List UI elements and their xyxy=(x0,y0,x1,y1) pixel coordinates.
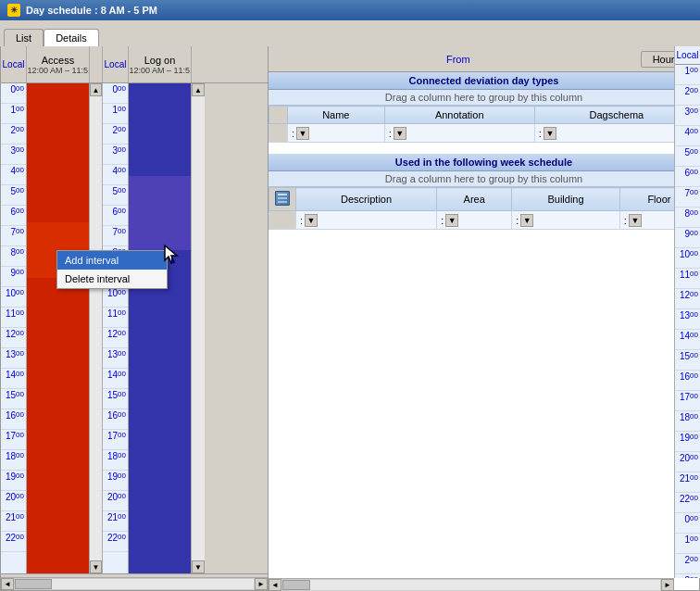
time-label: 1100 xyxy=(675,269,700,289)
week-building-header[interactable]: Building xyxy=(512,188,620,211)
time-label: 200 xyxy=(103,124,128,145)
time-label: 1100 xyxy=(1,308,26,328)
time-label: 1300 xyxy=(675,309,700,330)
time-label: 1800 xyxy=(103,450,128,471)
time-label: 900 xyxy=(1,267,26,287)
time-label: 000 xyxy=(103,83,128,104)
filter-area-btn[interactable]: ▼ xyxy=(445,214,458,227)
filter-building-btn[interactable]: ▼ xyxy=(520,214,533,227)
filter-name-btn[interactable]: ▼ xyxy=(296,127,309,140)
connected-section: Connected deviation day types Drag a col… xyxy=(269,72,699,143)
time-label: 600 xyxy=(1,206,26,226)
logon-bar-area xyxy=(129,83,192,573)
h-scroll-left[interactable]: ◄ xyxy=(1,578,14,590)
time-label: 1000 xyxy=(103,287,128,308)
right-h-scroll-left[interactable]: ◄ xyxy=(269,579,281,591)
time-label: 500 xyxy=(103,185,128,206)
right-h-scrollbar[interactable]: ◄ ► xyxy=(269,578,674,591)
connected-name-header[interactable]: Name xyxy=(288,107,385,124)
time-label: 300 xyxy=(1,145,26,165)
week-schedule-title: Used in the following week schedule xyxy=(269,154,699,171)
week-filter-building[interactable]: : ▼ xyxy=(512,211,620,230)
logon-scrollbar[interactable]: ▲ ▼ xyxy=(192,83,205,573)
mouse-cursor xyxy=(163,244,181,266)
context-menu: Add interval Delete interval xyxy=(56,250,168,289)
week-area-header[interactable]: Area xyxy=(437,188,512,211)
time-label: 2200 xyxy=(103,532,128,552)
time-label: 800 xyxy=(675,207,700,228)
delete-interval-item[interactable]: Delete interval xyxy=(57,270,167,288)
title-icon: ☀ xyxy=(7,4,20,17)
tab-details[interactable]: Details xyxy=(44,29,99,46)
scroll-down-arrow[interactable]: ▼ xyxy=(90,560,102,573)
window-title: Day schedule : 8 AM - 5 PM xyxy=(26,5,157,16)
time-label: 100 xyxy=(103,104,128,124)
time-label: 1000 xyxy=(1,287,26,308)
from-hours-bar: From Hours xyxy=(269,46,699,72)
time-label: 1900 xyxy=(103,471,128,491)
time-label: 2000 xyxy=(675,452,700,472)
time-label: 1900 xyxy=(675,432,700,452)
time-label: 1700 xyxy=(103,430,128,450)
time-label: 200 xyxy=(675,85,700,106)
time-label: 500 xyxy=(675,146,700,167)
time-label: 600 xyxy=(675,167,700,187)
time-label: 800 xyxy=(1,246,26,267)
right-h-scroll-right[interactable]: ► xyxy=(661,579,674,591)
connected-title: Connected deviation day types xyxy=(269,72,699,90)
time-label: 300 xyxy=(675,574,700,578)
week-filter-description[interactable]: : ▼ xyxy=(296,211,437,230)
time-label: 2200 xyxy=(675,493,700,513)
time-label: 1700 xyxy=(1,430,26,450)
time-label: 2100 xyxy=(675,472,700,493)
connected-grid: Name Annotation Dagschema : ▼ xyxy=(269,106,699,143)
time-label: 1200 xyxy=(675,289,700,309)
time-label: 600 xyxy=(103,206,128,226)
time-label: 1800 xyxy=(675,411,700,432)
local-time-labels: 0001002003004005006007008009001000110012… xyxy=(1,83,27,573)
filter-dagschema-btn[interactable]: ▼ xyxy=(544,127,556,140)
filter-description-btn[interactable]: ▼ xyxy=(305,214,318,227)
svg-marker-0 xyxy=(165,245,177,263)
time-label: 1300 xyxy=(103,348,128,369)
time-label: 400 xyxy=(1,165,26,185)
time-label: 1500 xyxy=(675,350,700,371)
logon-scroll-down[interactable]: ▼ xyxy=(192,560,205,573)
connected-filter-row: : ▼ : ▼ : xyxy=(269,124,699,143)
connected-filter-annotation[interactable]: : ▼ xyxy=(384,124,534,143)
time-label: 1400 xyxy=(1,369,26,389)
title-bar: ☀ Day schedule : 8 AM - 5 PM xyxy=(0,0,700,20)
time-label: 2100 xyxy=(103,511,128,532)
svg-marker-1 xyxy=(171,256,174,263)
time-label: 400 xyxy=(675,126,700,146)
week-description-header[interactable]: Description xyxy=(296,188,437,211)
local-col-header2: Local xyxy=(103,46,129,82)
filter-annotation-btn[interactable]: ▼ xyxy=(394,127,406,140)
h-scrollbar[interactable]: ◄ ► xyxy=(1,577,268,590)
connected-annotation-header[interactable]: Annotation xyxy=(384,107,534,124)
time-label: 1600 xyxy=(103,409,128,430)
h-scroll-right[interactable]: ► xyxy=(255,578,268,590)
time-label: 1600 xyxy=(675,371,700,391)
time-label: 300 xyxy=(103,145,128,165)
connected-filter-selector xyxy=(269,124,288,143)
access-scrollbar[interactable]: ▲ ▼ xyxy=(90,83,103,573)
time-label: 1400 xyxy=(675,330,700,350)
add-interval-item[interactable]: Add interval xyxy=(57,251,167,270)
filter-floor-btn[interactable]: ▼ xyxy=(629,214,642,227)
scroll-up-arrow[interactable]: ▲ xyxy=(90,83,102,96)
week-filter-area[interactable]: : ▼ xyxy=(437,211,512,230)
tab-bar: List Details xyxy=(0,20,700,46)
time-label: 700 xyxy=(1,226,26,246)
week-row-selector-header xyxy=(269,188,296,211)
time-label: 1200 xyxy=(1,328,26,348)
time-label: 1700 xyxy=(675,391,700,411)
time-label: 100 xyxy=(675,65,700,85)
logon-scroll-up[interactable]: ▲ xyxy=(192,83,205,96)
tab-list[interactable]: List xyxy=(4,29,44,46)
time-label: 400 xyxy=(103,165,128,185)
time-label: 000 xyxy=(675,513,700,534)
time-label: 2100 xyxy=(1,511,26,532)
time-label: 300 xyxy=(675,106,700,126)
connected-filter-name[interactable]: : ▼ xyxy=(288,124,385,143)
